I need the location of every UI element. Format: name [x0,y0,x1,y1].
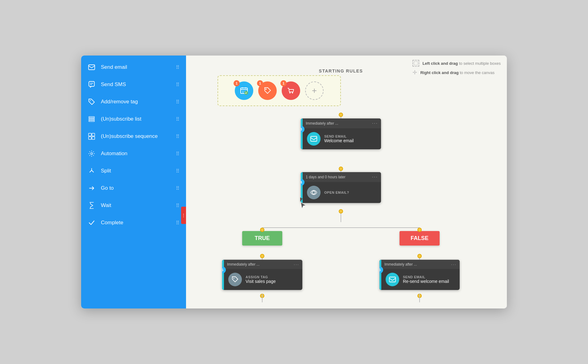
connector-dot-2 [339,167,343,171]
node-5-labels: ASSIGN TAG Visit sales page [246,275,276,284]
connector-dot-bottom-left [260,294,264,298]
send-sms-icon [87,80,96,89]
legend-left-click: Left click and drag to select multiple b… [412,60,501,67]
node-6-label-small: SEND EMAIL [403,275,449,279]
sidebar: Send email ⠿ Send SMS ⠿ [81,56,186,308]
right-click-rest: to move the canvas [459,70,495,75]
connector-dot-bottom-right [417,294,422,298]
sidebar-label-complete: Complete [101,220,123,226]
red-tab-icon: ⋮ [181,213,186,217]
node-5-header: Immediately after ... ··· [222,260,302,269]
drag-handle-split[interactable]: ⠿ [176,168,180,174]
complete-icon [87,218,96,227]
sidebar-label-unsubscribe-sequence: (Un)subscribe sequence [101,133,158,139]
svg-rect-1 [89,81,94,86]
node-3-label-small: SEND EMAIL [324,134,354,138]
node-5-header-text: Immediately after ... [227,262,259,267]
right-click-bold: Right click and drag [420,70,458,75]
svg-rect-25 [311,136,317,141]
sidebar-item-unsubscribe-list[interactable]: (Un)subscribe list ⠿ [81,110,186,128]
node-resend-email[interactable]: 6 Immediately after ... ··· SEND EMAIL R [379,260,460,290]
node-5-menu[interactable]: ··· [294,262,299,267]
list-icon [87,115,96,123]
node-4-labels: OPEN EMAIL? [324,191,349,194]
node-5-label-main: Visit sales page [246,279,276,284]
svg-point-23 [289,92,291,93]
sidebar-item-split[interactable]: Split ⠿ [81,162,186,180]
automation-icon [87,149,96,158]
svg-point-2 [90,100,91,101]
node-assign-tag[interactable]: 5 Immediately after ... ··· ASSIGN TAG V [222,260,302,290]
node-3-label-main: Welcome email [324,138,354,143]
goto-icon [87,184,96,192]
send-email-icon [87,63,96,72]
sequence-icon [87,132,96,141]
true-button[interactable]: TRUE [242,231,282,246]
sidebar-item-wait[interactable]: Wait ⠿ [81,197,186,214]
svg-point-22 [265,89,267,90]
sidebar-label-add-remove-tag: Add/remove tag [101,99,138,105]
drag-handle-wait[interactable]: ⠿ [176,203,180,209]
sidebar-item-send-sms[interactable]: Send SMS ⠿ [81,76,186,93]
sidebar-label-unsubscribe-list: (Un)subscribe list [101,116,141,122]
svg-rect-7 [92,133,95,136]
node-4-icon [307,186,321,199]
svg-rect-5 [89,120,94,122]
node-open-email[interactable]: 4 1 days and 0 hours later ··· OPEN EMAI… [301,172,381,203]
sidebar-item-automation[interactable]: Automation ⠿ [81,145,186,162]
rule-circle-3[interactable]: 1 [282,81,300,100]
rule-circle-1[interactable]: 1 [235,81,253,100]
sidebar-item-send-email[interactable]: Send email ⠿ [81,59,186,76]
sidebar-label-go-to: Go to [101,185,114,191]
drag-handle-goto[interactable]: ⠿ [176,185,180,191]
left-click-rest: to select multiple boxes [458,61,501,66]
left-click-bold: Left click and drag [422,61,458,66]
drag-handle-list[interactable]: ⠿ [176,116,180,122]
node-6-label-main: Re-send welcome email [403,279,449,284]
connector-dot-left [260,228,264,232]
svg-point-24 [292,92,293,93]
node-4-header-text: 1 days and 0 hours later [306,175,346,179]
node-3-header: Immediately after ... ··· [301,118,381,128]
node-4-body: OPEN EMAIL? [301,182,381,203]
drag-handle-tag[interactable]: ⠿ [176,99,180,105]
svg-rect-11 [414,61,418,65]
starting-rules-box: 1 1 1 [217,75,341,106]
node-4-header: 1 days and 0 hours later ··· [301,172,381,182]
node-6-header-text: Immediately after ... [384,262,417,267]
sidebar-item-unsubscribe-sequence[interactable]: (Un)subscribe sequence ⠿ [81,128,186,145]
drag-handle-sequence[interactable]: ⠿ [176,134,180,139]
drag-handle-send-sms[interactable]: ⠿ [176,82,180,88]
node-6-labels: SEND EMAIL Re-send welcome email [403,275,449,284]
connector-dot-1 [339,113,343,117]
node-6-header: Immediately after ... ··· [379,260,460,269]
node-6-menu[interactable]: ··· [451,262,457,267]
starting-rules-label: STARTING RULES [319,68,363,73]
connector-dot-left2 [260,254,264,258]
svg-rect-28 [389,277,395,282]
node-3-labels: SEND EMAIL Welcome email [324,134,354,143]
drag-handle-send-email[interactable]: ⠿ [176,64,180,70]
sidebar-item-go-to[interactable]: Go to ⠿ [81,180,186,197]
node-3-header-text: Immediately after ... [306,121,338,126]
tag-icon [87,97,96,106]
svg-rect-9 [92,137,95,139]
add-rule-plus-icon: + [312,86,317,96]
sidebar-item-complete[interactable]: Complete ⠿ [81,214,186,231]
connector-dot-right [417,228,422,232]
node-4-menu[interactable]: ··· [372,174,378,180]
node-4-label-small: OPEN EMAIL? [324,191,349,194]
right-click-icon: ✛ [412,69,417,76]
sidebar-item-add-remove-tag[interactable]: Add/remove tag ⠿ [81,93,186,110]
rule-circle-add[interactable]: + [305,81,324,100]
rule-circle-2[interactable]: 1 [258,81,277,100]
canvas-area[interactable]: Left click and drag to select multiple b… [186,56,507,308]
svg-rect-8 [89,137,91,139]
node-3-menu[interactable]: ··· [372,121,378,126]
drag-handle-automation[interactable]: ⠿ [176,151,180,157]
node-send-email[interactable]: 3 Immediately after ... ··· SEND EMAIL W [301,118,381,149]
drag-handle-complete[interactable]: ⠿ [176,220,180,226]
rule-badge-3: 1 [280,80,287,86]
node-5-label-small: ASSIGN TAG [246,275,276,279]
false-button[interactable]: FALSE [400,231,440,246]
